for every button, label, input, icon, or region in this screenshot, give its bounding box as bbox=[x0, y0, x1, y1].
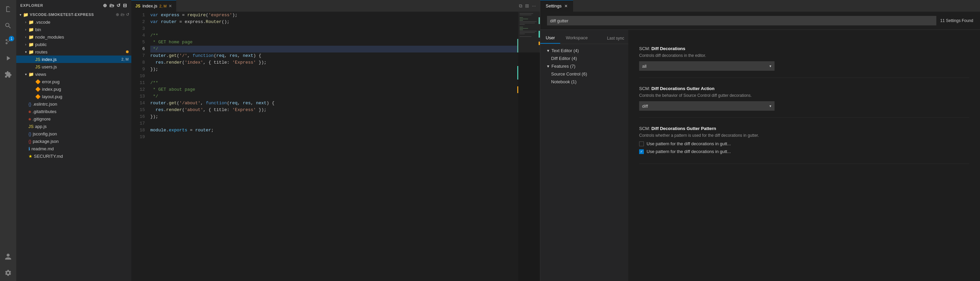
accounts-activity-icon[interactable] bbox=[0, 249, 16, 265]
settings-search-input[interactable] bbox=[547, 16, 936, 25]
settings-nav-text-editor[interactable]: ▾ Text Editor (4) bbox=[540, 47, 628, 54]
tree-item-vscode[interactable]: › 📁 .vscode bbox=[16, 18, 131, 26]
tree-item-public[interactable]: › 📁 public bbox=[16, 41, 131, 48]
root-chevron: ▾ bbox=[18, 13, 23, 17]
ln-6: 6 bbox=[131, 46, 145, 52]
gutter-action-select[interactable]: diff ▾ bbox=[639, 101, 775, 111]
tree-item-readme[interactable]: ℹ readme.md bbox=[16, 145, 131, 152]
explorer-activity-icon[interactable] bbox=[0, 2, 16, 17]
app-js-icon: JS bbox=[29, 124, 33, 129]
gutter-action-select-arrow: ▾ bbox=[770, 104, 772, 108]
routes-label: routes bbox=[35, 49, 126, 54]
new-file-icon[interactable]: ⊕ bbox=[103, 3, 107, 8]
editor-tab-index-js[interactable]: JS index.js 2, M ✕ bbox=[131, 0, 177, 12]
index-pug-icon: 🔶 bbox=[35, 87, 41, 92]
root-refresh-icon[interactable]: ↺ bbox=[126, 12, 129, 17]
gutter-pattern-title: SCM: Diff Decorations Gutter Pattern bbox=[639, 126, 969, 131]
tab-label: index.js bbox=[143, 3, 158, 8]
search-activity-icon[interactable] bbox=[0, 17, 16, 34]
code-line-3 bbox=[150, 25, 518, 32]
settings-user-tab[interactable]: User bbox=[540, 32, 560, 44]
refresh-icon[interactable]: ↺ bbox=[116, 3, 121, 8]
bin-chevron: › bbox=[23, 28, 29, 32]
tree-item-security[interactable]: ★ SECURITY.md bbox=[16, 152, 131, 160]
root-folder[interactable]: ▾ 📁 VSCODE-SMOKETEST-EXPRESS ⊕ 🗁 ↺ bbox=[16, 11, 131, 18]
tree-item-gitattributes[interactable]: ⎈ .gitattributes bbox=[16, 108, 131, 115]
root-new-folder-icon[interactable]: 🗁 bbox=[121, 12, 124, 17]
tree-item-bin[interactable]: › 📁 bin bbox=[16, 26, 131, 33]
eslintrc-icon: {} bbox=[29, 102, 32, 106]
tree-item-gitignore[interactable]: ⎈ .gitignore bbox=[16, 115, 131, 122]
ln-1: 1 bbox=[131, 12, 145, 19]
tab-close-icon[interactable]: ✕ bbox=[169, 4, 172, 8]
code-line-9: }); bbox=[150, 66, 518, 73]
tree-item-eslintrc[interactable]: {} .eslintrc.json bbox=[16, 100, 131, 108]
security-label: SECURITY.md bbox=[34, 154, 131, 159]
routes-folder-icon: 📁 bbox=[29, 49, 34, 54]
svg-rect-19 bbox=[539, 42, 540, 45]
index-js-label: index.js bbox=[41, 57, 121, 62]
checkbox-row-1: Use pattern for the diff decorations in … bbox=[639, 141, 969, 146]
settings-nav-source-control[interactable]: Source Control (6) bbox=[540, 70, 628, 78]
public-label: public bbox=[35, 42, 131, 47]
tree-item-index-pug[interactable]: 🔶 index.pug bbox=[16, 85, 131, 93]
code-editor[interactable]: var express = require('express'); var ro… bbox=[148, 12, 518, 281]
settings-workspace-tab[interactable]: Workspace bbox=[560, 32, 593, 44]
editor-layout-icon[interactable]: ⊞ bbox=[525, 3, 529, 8]
code-line-6: */ bbox=[150, 46, 518, 52]
tree-item-views[interactable]: ▾ 📁 views bbox=[16, 70, 131, 78]
split-editor-icon[interactable]: ⧉ bbox=[519, 3, 522, 9]
source-control-activity-icon[interactable]: 1 bbox=[0, 34, 16, 50]
gutter-action-value: diff bbox=[642, 103, 648, 109]
settings-tab-label: Settings bbox=[546, 3, 562, 8]
ln-17: 17 bbox=[131, 120, 145, 127]
ln-7: 7 bbox=[131, 52, 145, 59]
settings-nav-diff-editor[interactable]: Diff Editor (4) bbox=[540, 54, 628, 62]
editor-tab-bar: JS index.js 2, M ✕ ⧉ ⊞ ··· bbox=[131, 0, 540, 12]
diff-decorations-title-bold: Diff Decorations bbox=[651, 46, 685, 51]
diff-decorations-title: SCM: Diff Decorations bbox=[639, 46, 969, 51]
jsconfig-label: jsconfig.json bbox=[33, 131, 131, 137]
code-line-16: }); bbox=[150, 113, 518, 120]
setting-block-gutter-pattern: SCM: Diff Decorations Gutter Pattern Con… bbox=[639, 126, 969, 164]
source-control-badge: 1 bbox=[9, 36, 14, 41]
manage-activity-icon[interactable] bbox=[0, 265, 16, 281]
settings-search-bar: 11 Settings Found bbox=[540, 12, 980, 30]
settings-tab[interactable]: Settings ✕ bbox=[540, 0, 573, 12]
checkbox-2[interactable] bbox=[639, 149, 644, 154]
features-label: Features (7) bbox=[552, 64, 576, 69]
readme-label: readme.md bbox=[32, 146, 131, 151]
views-label: views bbox=[35, 72, 131, 77]
collapse-icon[interactable]: ⊟ bbox=[123, 3, 127, 8]
code-line-14: router.get('/about', function(req, res, … bbox=[150, 100, 518, 106]
settings-nav-features[interactable]: ▾ Features (7) bbox=[540, 62, 628, 70]
ln-12: 12 bbox=[131, 86, 145, 93]
tree-item-index-js[interactable]: JS index.js 2, M bbox=[16, 56, 131, 63]
tree-item-users-js[interactable]: JS users.js bbox=[16, 63, 131, 70]
settings-nav-notebook[interactable]: Notebook (1) bbox=[540, 78, 628, 86]
settings-tab-close-icon[interactable]: ✕ bbox=[564, 4, 568, 8]
routes-modified-dot bbox=[126, 51, 129, 53]
tree-item-routes[interactable]: ▾ 📁 routes bbox=[16, 48, 131, 56]
tree-item-jsconfig[interactable]: {} jsconfig.json bbox=[16, 130, 131, 137]
settings-body: User Workspace Last sync ▾ Text Editor (… bbox=[540, 30, 980, 281]
extensions-activity-icon[interactable] bbox=[0, 67, 16, 83]
settings-nav: User Workspace Last sync ▾ Text Editor (… bbox=[540, 30, 628, 281]
gutter-action-title: SCM: Diff Decorations Gutter Action bbox=[639, 86, 969, 91]
diff-decorations-select[interactable]: all ▾ bbox=[639, 61, 775, 71]
sidebar: Explorer ⊕ 🗁 ↺ ⊟ ▾ 📁 VSCODE-SMOKETEST-EX… bbox=[16, 0, 131, 281]
run-activity-icon[interactable] bbox=[0, 50, 16, 67]
tree-item-node-modules[interactable]: › 📁 node_modules bbox=[16, 33, 131, 41]
code-line-18: module.exports = router; bbox=[150, 127, 518, 134]
root-new-file-icon[interactable]: ⊕ bbox=[116, 12, 119, 17]
tree-item-package-json[interactable]: {} package.json bbox=[16, 137, 131, 145]
tree-item-app-js[interactable]: JS app.js bbox=[16, 122, 131, 130]
editor-more-icon[interactable]: ··· bbox=[532, 3, 536, 8]
checkbox-1[interactable] bbox=[639, 141, 644, 146]
public-chevron: › bbox=[23, 43, 29, 46]
tree-item-error-pug[interactable]: 🔶 error.pug bbox=[16, 78, 131, 85]
tree-item-layout-pug[interactable]: 🔶 layout.pug bbox=[16, 93, 131, 100]
node-modules-label: node_modules bbox=[35, 35, 131, 40]
new-folder-icon[interactable]: 🗁 bbox=[109, 3, 115, 8]
settings-tab-bar: Settings ✕ bbox=[540, 0, 980, 12]
